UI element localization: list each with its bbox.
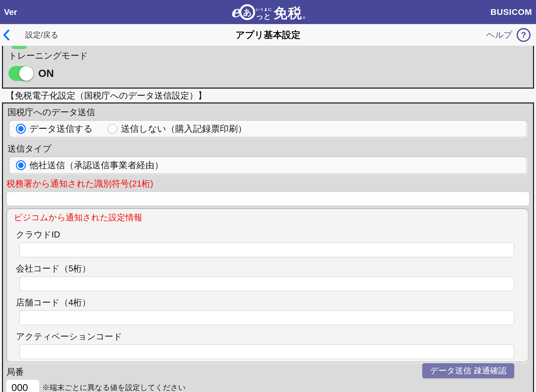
identifier-label: 税務署から通知された識別符号(21桁): [6, 178, 533, 190]
store-code-label: 店舗コード（4桁）: [16, 297, 528, 308]
logo-small-text: いうまに: [256, 7, 272, 11]
station-number-input[interactable]: [6, 380, 39, 392]
radio-selected-icon[interactable]: [16, 124, 26, 134]
help-label[interactable]: ヘルプ: [486, 29, 512, 41]
station-number-row: ※端末ごとに異なる値を設定してください: [3, 380, 533, 392]
nav-bar: 設定/戻る アプリ基本設定 ヘルプ ?: [0, 24, 536, 46]
busicom-settings-box: ビジコムから通知された設定情報 クラウドID 会社コード（5桁） 店舗コード（4…: [6, 208, 529, 362]
radio-option-label[interactable]: 他社送信（承認送信事業者経由）: [29, 159, 163, 171]
busicom-brand-label: BUSICOM: [490, 7, 532, 17]
help-question-icon[interactable]: ?: [517, 28, 531, 42]
help-button[interactable]: ヘルプ ?: [486, 28, 531, 42]
radio-selected-icon[interactable]: [16, 160, 26, 170]
training-mode-label: トレーニングモード: [8, 46, 533, 62]
logo-tto-text: っと: [256, 13, 271, 20]
page-title: アプリ基本設定: [235, 29, 301, 41]
send-type-radio-group: 他社送信（承認送信事業者経由）: [9, 157, 527, 174]
radio-option-send-data[interactable]: データ送信する: [16, 123, 93, 135]
logo-menzei-text: 免税: [273, 6, 302, 20]
logo-a-glyph: あ: [243, 8, 252, 16]
radio-option-no-send[interactable]: 送信しない（購入記録票印刷）: [107, 123, 247, 135]
app-basic-settings-screen: Ver e あ いうまに っと 免税 ® BUSICOM 設定/戻る アプリ基本…: [0, 0, 536, 392]
identifier-input[interactable]: [6, 192, 530, 206]
company-code-label: 会社コード（5桁）: [16, 263, 528, 274]
registered-mark: ®: [303, 16, 305, 20]
logo-circle-icon: あ: [239, 4, 255, 20]
logo-middle: いうまに っと: [256, 7, 272, 20]
tax-free-section-title: 【免税電子化設定（国税庁へのデータ送信設定）】: [0, 89, 536, 102]
radio-option-label[interactable]: 送信しない（購入記録票印刷）: [121, 123, 247, 135]
nta-transmission-radio-group: データ送信する 送信しない（購入記録票印刷）: [9, 120, 527, 137]
cloud-id-label: クラウドID: [16, 229, 528, 240]
data-transmission-panel: 国税庁へのデータ送信 データ送信する 送信しない（購入記録票印刷） 送信タイプ …: [2, 102, 534, 392]
toggle-knob[interactable]: [19, 66, 34, 81]
radio-unselected-icon[interactable]: [107, 124, 117, 134]
training-mode-panel: トレーニングモード ON: [2, 46, 534, 89]
radio-option-third-party[interactable]: 他社送信（承認送信事業者経由）: [16, 159, 163, 171]
station-number-note: ※端末ごとに異なる値を設定してください: [42, 383, 186, 392]
back-label[interactable]: 設定/戻る: [25, 30, 58, 40]
company-code-input[interactable]: [19, 276, 514, 291]
activation-code-input[interactable]: [19, 344, 514, 359]
store-code-input[interactable]: [19, 310, 514, 325]
activation-code-label: アクティベーションコード: [16, 331, 528, 342]
toggle-state-label: ON: [38, 67, 54, 79]
brand-logo: e あ いうまに っと 免税 ®: [231, 4, 305, 20]
connectivity-check-button[interactable]: データ送信 疎通確認: [422, 363, 514, 378]
busicom-settings-title: ビジコムから通知された設定情報: [14, 212, 528, 223]
app-bar: Ver e あ いうまに っと 免税 ® BUSICOM: [0, 0, 536, 24]
send-type-label: 送信タイプ: [7, 143, 533, 155]
training-mode-toggle[interactable]: [8, 66, 34, 81]
nta-transmission-label: 国税庁へのデータ送信: [7, 106, 533, 118]
training-toggle-row: ON: [8, 66, 533, 81]
radio-option-label[interactable]: データ送信する: [29, 123, 93, 135]
back-chevron-icon: [2, 29, 10, 41]
cloud-id-input[interactable]: [19, 242, 514, 257]
version-label: Ver: [4, 7, 17, 17]
back-button[interactable]: 設定/戻る: [0, 29, 58, 41]
logo-e-glyph: e: [231, 4, 240, 20]
partial-toggle-above: [11, 46, 27, 49]
